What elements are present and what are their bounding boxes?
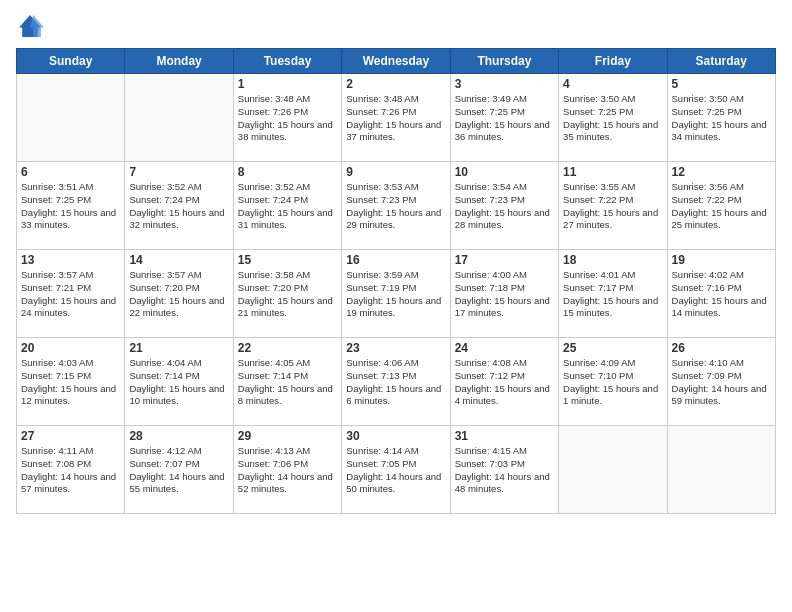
calendar-cell: 7Sunrise: 3:52 AMSunset: 7:24 PMDaylight… <box>125 162 233 250</box>
day-header-friday: Friday <box>559 49 667 74</box>
calendar-cell <box>17 74 125 162</box>
day-number: 27 <box>21 429 120 443</box>
cell-info: Sunrise: 4:00 AMSunset: 7:18 PMDaylight:… <box>455 269 554 320</box>
calendar-cell: 11Sunrise: 3:55 AMSunset: 7:22 PMDayligh… <box>559 162 667 250</box>
calendar-cell <box>559 426 667 514</box>
calendar-cell: 14Sunrise: 3:57 AMSunset: 7:20 PMDayligh… <box>125 250 233 338</box>
cell-info: Sunrise: 3:53 AMSunset: 7:23 PMDaylight:… <box>346 181 445 232</box>
cell-info: Sunrise: 3:55 AMSunset: 7:22 PMDaylight:… <box>563 181 662 232</box>
cell-info: Sunrise: 4:03 AMSunset: 7:15 PMDaylight:… <box>21 357 120 408</box>
calendar-cell: 16Sunrise: 3:59 AMSunset: 7:19 PMDayligh… <box>342 250 450 338</box>
day-number: 5 <box>672 77 771 91</box>
cell-info: Sunrise: 4:04 AMSunset: 7:14 PMDaylight:… <box>129 357 228 408</box>
calendar-week-4: 20Sunrise: 4:03 AMSunset: 7:15 PMDayligh… <box>17 338 776 426</box>
calendar-cell: 5Sunrise: 3:50 AMSunset: 7:25 PMDaylight… <box>667 74 775 162</box>
day-number: 12 <box>672 165 771 179</box>
calendar-cell: 31Sunrise: 4:15 AMSunset: 7:03 PMDayligh… <box>450 426 558 514</box>
calendar-cell: 12Sunrise: 3:56 AMSunset: 7:22 PMDayligh… <box>667 162 775 250</box>
cell-info: Sunrise: 4:12 AMSunset: 7:07 PMDaylight:… <box>129 445 228 496</box>
calendar-cell: 24Sunrise: 4:08 AMSunset: 7:12 PMDayligh… <box>450 338 558 426</box>
header <box>16 12 776 40</box>
cell-info: Sunrise: 3:51 AMSunset: 7:25 PMDaylight:… <box>21 181 120 232</box>
calendar-cell: 29Sunrise: 4:13 AMSunset: 7:06 PMDayligh… <box>233 426 341 514</box>
cell-info: Sunrise: 3:48 AMSunset: 7:26 PMDaylight:… <box>238 93 337 144</box>
cell-info: Sunrise: 3:50 AMSunset: 7:25 PMDaylight:… <box>672 93 771 144</box>
cell-info: Sunrise: 4:10 AMSunset: 7:09 PMDaylight:… <box>672 357 771 408</box>
calendar-body: 1Sunrise: 3:48 AMSunset: 7:26 PMDaylight… <box>17 74 776 514</box>
day-number: 28 <box>129 429 228 443</box>
day-number: 17 <box>455 253 554 267</box>
cell-info: Sunrise: 4:11 AMSunset: 7:08 PMDaylight:… <box>21 445 120 496</box>
day-number: 18 <box>563 253 662 267</box>
cell-info: Sunrise: 3:57 AMSunset: 7:20 PMDaylight:… <box>129 269 228 320</box>
cell-info: Sunrise: 4:06 AMSunset: 7:13 PMDaylight:… <box>346 357 445 408</box>
cell-info: Sunrise: 3:50 AMSunset: 7:25 PMDaylight:… <box>563 93 662 144</box>
day-number: 25 <box>563 341 662 355</box>
calendar-cell: 17Sunrise: 4:00 AMSunset: 7:18 PMDayligh… <box>450 250 558 338</box>
cell-info: Sunrise: 4:05 AMSunset: 7:14 PMDaylight:… <box>238 357 337 408</box>
cell-info: Sunrise: 3:57 AMSunset: 7:21 PMDaylight:… <box>21 269 120 320</box>
calendar-cell: 20Sunrise: 4:03 AMSunset: 7:15 PMDayligh… <box>17 338 125 426</box>
calendar-cell: 26Sunrise: 4:10 AMSunset: 7:09 PMDayligh… <box>667 338 775 426</box>
day-number: 4 <box>563 77 662 91</box>
calendar-week-1: 1Sunrise: 3:48 AMSunset: 7:26 PMDaylight… <box>17 74 776 162</box>
cell-info: Sunrise: 4:14 AMSunset: 7:05 PMDaylight:… <box>346 445 445 496</box>
calendar-cell: 21Sunrise: 4:04 AMSunset: 7:14 PMDayligh… <box>125 338 233 426</box>
day-number: 30 <box>346 429 445 443</box>
calendar-cell: 28Sunrise: 4:12 AMSunset: 7:07 PMDayligh… <box>125 426 233 514</box>
calendar-cell: 1Sunrise: 3:48 AMSunset: 7:26 PMDaylight… <box>233 74 341 162</box>
day-number: 15 <box>238 253 337 267</box>
day-header-monday: Monday <box>125 49 233 74</box>
calendar-cell: 30Sunrise: 4:14 AMSunset: 7:05 PMDayligh… <box>342 426 450 514</box>
calendar-cell: 23Sunrise: 4:06 AMSunset: 7:13 PMDayligh… <box>342 338 450 426</box>
day-number: 14 <box>129 253 228 267</box>
day-number: 21 <box>129 341 228 355</box>
day-header-thursday: Thursday <box>450 49 558 74</box>
page: SundayMondayTuesdayWednesdayThursdayFrid… <box>0 0 792 612</box>
calendar-cell: 4Sunrise: 3:50 AMSunset: 7:25 PMDaylight… <box>559 74 667 162</box>
cell-info: Sunrise: 4:08 AMSunset: 7:12 PMDaylight:… <box>455 357 554 408</box>
day-number: 24 <box>455 341 554 355</box>
calendar-cell: 9Sunrise: 3:53 AMSunset: 7:23 PMDaylight… <box>342 162 450 250</box>
day-number: 11 <box>563 165 662 179</box>
day-number: 13 <box>21 253 120 267</box>
day-number: 26 <box>672 341 771 355</box>
calendar-cell: 6Sunrise: 3:51 AMSunset: 7:25 PMDaylight… <box>17 162 125 250</box>
calendar-week-3: 13Sunrise: 3:57 AMSunset: 7:21 PMDayligh… <box>17 250 776 338</box>
day-number: 20 <box>21 341 120 355</box>
calendar-week-2: 6Sunrise: 3:51 AMSunset: 7:25 PMDaylight… <box>17 162 776 250</box>
cell-info: Sunrise: 3:54 AMSunset: 7:23 PMDaylight:… <box>455 181 554 232</box>
day-number: 7 <box>129 165 228 179</box>
cell-info: Sunrise: 3:56 AMSunset: 7:22 PMDaylight:… <box>672 181 771 232</box>
calendar-week-5: 27Sunrise: 4:11 AMSunset: 7:08 PMDayligh… <box>17 426 776 514</box>
calendar-cell: 13Sunrise: 3:57 AMSunset: 7:21 PMDayligh… <box>17 250 125 338</box>
day-number: 9 <box>346 165 445 179</box>
cell-info: Sunrise: 4:13 AMSunset: 7:06 PMDaylight:… <box>238 445 337 496</box>
calendar-cell: 10Sunrise: 3:54 AMSunset: 7:23 PMDayligh… <box>450 162 558 250</box>
day-number: 2 <box>346 77 445 91</box>
cell-info: Sunrise: 4:15 AMSunset: 7:03 PMDaylight:… <box>455 445 554 496</box>
calendar-table: SundayMondayTuesdayWednesdayThursdayFrid… <box>16 48 776 514</box>
day-number: 8 <box>238 165 337 179</box>
day-header-sunday: Sunday <box>17 49 125 74</box>
cell-info: Sunrise: 3:59 AMSunset: 7:19 PMDaylight:… <box>346 269 445 320</box>
calendar-cell <box>667 426 775 514</box>
calendar-cell: 19Sunrise: 4:02 AMSunset: 7:16 PMDayligh… <box>667 250 775 338</box>
day-number: 19 <box>672 253 771 267</box>
logo-icon <box>16 12 44 40</box>
cell-info: Sunrise: 4:02 AMSunset: 7:16 PMDaylight:… <box>672 269 771 320</box>
cell-info: Sunrise: 3:52 AMSunset: 7:24 PMDaylight:… <box>129 181 228 232</box>
cell-info: Sunrise: 3:52 AMSunset: 7:24 PMDaylight:… <box>238 181 337 232</box>
day-number: 10 <box>455 165 554 179</box>
day-number: 23 <box>346 341 445 355</box>
calendar-cell: 27Sunrise: 4:11 AMSunset: 7:08 PMDayligh… <box>17 426 125 514</box>
calendar-cell: 22Sunrise: 4:05 AMSunset: 7:14 PMDayligh… <box>233 338 341 426</box>
day-number: 3 <box>455 77 554 91</box>
day-number: 6 <box>21 165 120 179</box>
day-number: 16 <box>346 253 445 267</box>
calendar-cell <box>125 74 233 162</box>
day-header-saturday: Saturday <box>667 49 775 74</box>
day-header-tuesday: Tuesday <box>233 49 341 74</box>
calendar-cell: 18Sunrise: 4:01 AMSunset: 7:17 PMDayligh… <box>559 250 667 338</box>
calendar-header-row: SundayMondayTuesdayWednesdayThursdayFrid… <box>17 49 776 74</box>
